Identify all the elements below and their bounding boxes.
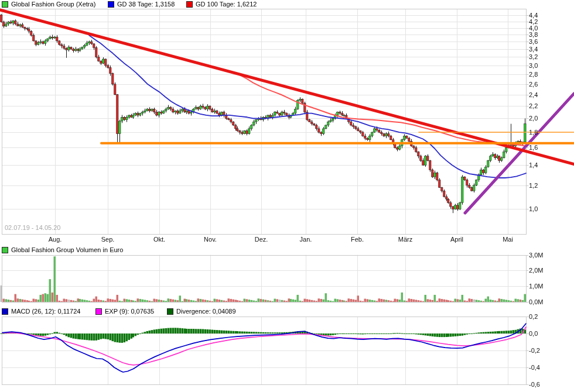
gd100-swatch-icon bbox=[186, 1, 193, 8]
legend-main-series-label: Global Fashion Group (Xetra) bbox=[11, 1, 95, 8]
main-series-swatch-icon bbox=[2, 1, 8, 8]
legend-divergence: Divergence: 0,04089 bbox=[167, 308, 236, 315]
legend-exp-label: EXP (9): 0,07635 bbox=[105, 308, 154, 315]
exp-swatch-icon bbox=[95, 308, 102, 315]
legend-gd38-label: GD 38 Tage: 1,3158 bbox=[117, 1, 175, 8]
gd38-swatch-icon bbox=[108, 1, 114, 8]
legend-volume-label: Global Fashion Group Volumen in Euro bbox=[11, 246, 123, 253]
volume-swatch-icon bbox=[2, 247, 8, 253]
macd-swatch-icon bbox=[2, 308, 8, 315]
volume-chart-legend: Global Fashion Group Volumen in Euro bbox=[0, 246, 574, 255]
price-chart-legend: Global Fashion Group (Xetra) GD 38 Tage:… bbox=[0, 1, 574, 9]
legend-gd100-label: GD 100 Tage: 1,6212 bbox=[196, 1, 257, 8]
legend-gd38: GD 38 Tage: 1,3158 bbox=[108, 1, 175, 8]
legend-volume: Global Fashion Group Volumen in Euro bbox=[2, 246, 123, 253]
legend-divergence-label: Divergence: 0,04089 bbox=[176, 308, 236, 315]
legend-exp: EXP (9): 0,07635 bbox=[95, 308, 154, 315]
divergence-swatch-icon bbox=[167, 308, 173, 315]
legend-gd100: GD 100 Tage: 1,6212 bbox=[186, 1, 257, 8]
price-chart-canvas[interactable] bbox=[0, 0, 574, 252]
legend-main-series: Global Fashion Group (Xetra) bbox=[2, 1, 95, 8]
legend-macd-label: MACD (26, 12): 0,11724 bbox=[11, 308, 80, 315]
macd-chart-legend: MACD (26, 12): 0,11724 EXP (9): 0,07635 … bbox=[0, 308, 574, 316]
stock-chart-page: Global Fashion Group (Xetra) GD 38 Tage:… bbox=[0, 0, 574, 392]
macd-chart-canvas[interactable] bbox=[0, 305, 574, 392]
legend-macd: MACD (26, 12): 0,11724 bbox=[2, 308, 80, 315]
volume-chart-canvas[interactable] bbox=[0, 252, 574, 305]
